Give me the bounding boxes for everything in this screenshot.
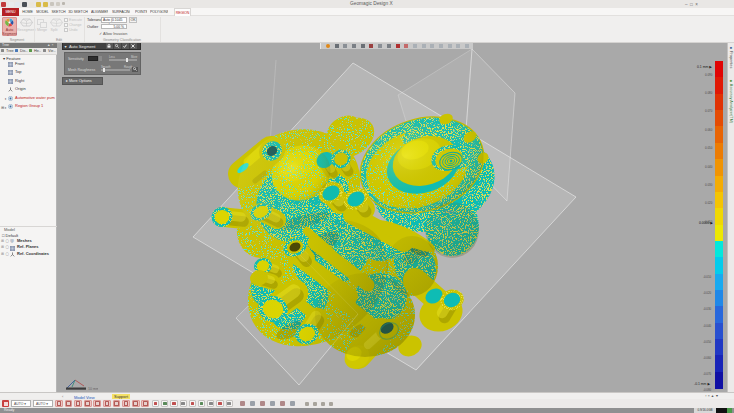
svg-text:Right: Right xyxy=(444,209,454,214)
svg-text:10 mm: 10 mm xyxy=(88,387,98,391)
